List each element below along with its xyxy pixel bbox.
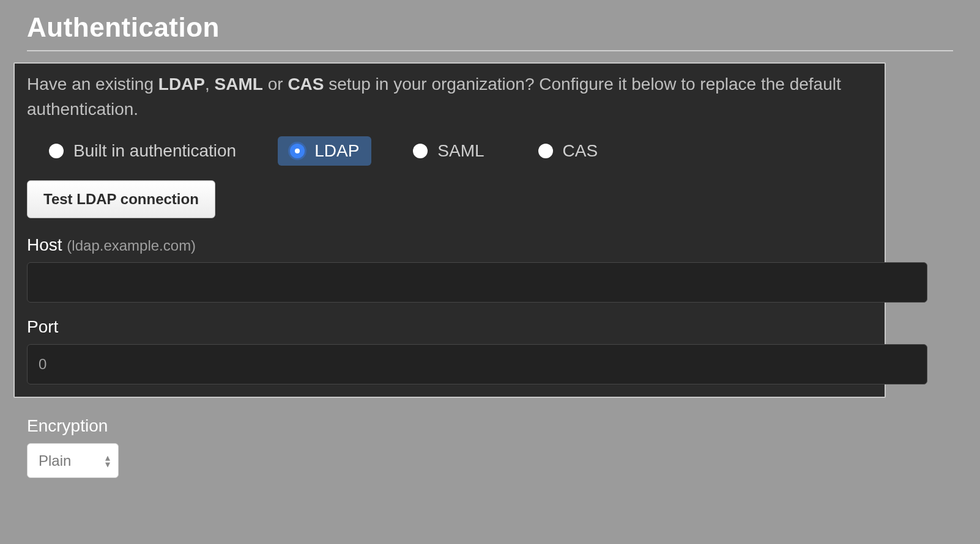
host-label: Host (ldap.example.com)	[27, 235, 872, 255]
desc-strong-saml: SAML	[215, 75, 263, 94]
desc-strong-ldap: LDAP	[158, 75, 205, 94]
radio-ldap[interactable]: LDAP	[278, 136, 371, 166]
auth-method-radio-group: Built in authentication LDAP SAML CAS	[27, 136, 872, 166]
auth-description: Have an existing LDAP, SAML or CAS setup…	[27, 72, 872, 122]
desc-text: Have an existing	[27, 75, 158, 94]
auth-config-panel: Have an existing LDAP, SAML or CAS setup…	[13, 62, 886, 398]
radio-icon	[49, 144, 64, 158]
port-label: Port	[27, 317, 872, 337]
encryption-label: Encryption	[27, 416, 953, 436]
radio-label: Built in authentication	[73, 141, 236, 161]
radio-saml[interactable]: SAML	[401, 136, 496, 166]
port-field: Port	[27, 317, 872, 384]
desc-strong-cas: CAS	[288, 75, 324, 94]
radio-label: LDAP	[314, 141, 359, 161]
host-hint: (ldap.example.com)	[67, 237, 196, 254]
divider	[27, 50, 953, 51]
host-input[interactable]	[27, 262, 927, 303]
host-field: Host (ldap.example.com)	[27, 235, 872, 303]
radio-builtin[interactable]: Built in authentication	[37, 136, 248, 166]
radio-label: CAS	[563, 141, 598, 161]
radio-label: SAML	[437, 141, 484, 161]
page-title: Authentication	[27, 12, 953, 43]
radio-icon	[413, 144, 428, 158]
host-label-text: Host	[27, 235, 62, 254]
test-ldap-button[interactable]: Test LDAP connection	[27, 180, 215, 218]
desc-text: ,	[205, 75, 215, 94]
desc-text: or	[263, 75, 288, 94]
radio-icon	[290, 144, 305, 158]
radio-icon	[538, 144, 553, 158]
encryption-select-wrap: Plain ▴▾	[27, 443, 119, 478]
port-input[interactable]	[27, 344, 927, 384]
encryption-field: Encryption Plain ▴▾	[27, 416, 953, 478]
radio-cas[interactable]: CAS	[526, 136, 611, 166]
encryption-select[interactable]: Plain	[27, 443, 119, 478]
